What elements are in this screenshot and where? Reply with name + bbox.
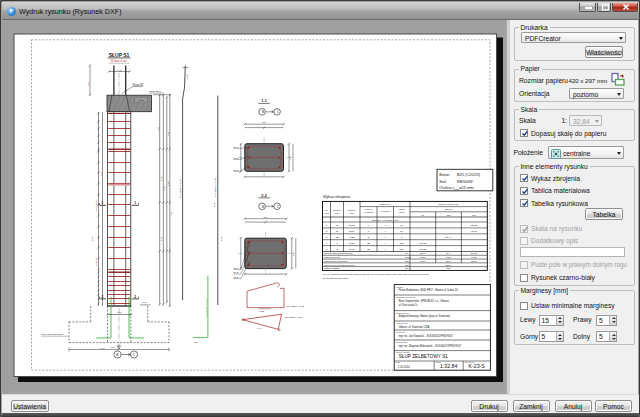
svg-text:181.39: 181.39	[471, 252, 478, 254]
svg-text:0.888: 0.888	[446, 256, 452, 258]
svg-text:prętów: prętów	[399, 208, 405, 210]
svg-text:1-1: 1-1	[261, 99, 267, 103]
svg-text:1.70: 1.70	[100, 171, 103, 176]
svg-text:4.93: 4.93	[220, 236, 223, 241]
svg-text:Nr4 8φ8 L=1.92: Nr4 8φ8 L=1.92	[287, 305, 305, 308]
svg-text:Budynek biurowy, Gliwice (przy: Budynek biurowy, Gliwice (przy ul. Kumic…	[399, 314, 451, 318]
svg-text:nom: nom	[454, 188, 459, 191]
svg-text:39.44: 39.44	[446, 236, 453, 239]
svg-text:4.05: 4.05	[91, 236, 94, 241]
svg-text:117.0: 117.0	[420, 260, 426, 262]
svg-text:100: 100	[400, 248, 405, 251]
svg-text:191.50: 191.50	[419, 242, 427, 245]
svg-text:1: 1	[102, 201, 104, 205]
svg-text:1879: 1879	[349, 230, 355, 233]
svg-text:12x0.05: 12x0.05	[95, 257, 98, 266]
svg-text:240: 240	[262, 121, 267, 124]
svg-text:K-23-S: K-23-S	[469, 363, 486, 369]
svg-text:45.10: 45.10	[471, 230, 478, 233]
svg-text:SŁUP S1: SŁUP S1	[109, 52, 130, 58]
svg-text:1.40: 1.40	[292, 251, 294, 256]
svg-text:Gliwice, ul. Kumiców 123A: Gliwice, ul. Kumiców 123A	[399, 325, 430, 329]
svg-text:[kg]: [kg]	[405, 267, 409, 269]
svg-text:-1.80: -1.80	[110, 346, 116, 348]
svg-text:Strop S2: Strop S2	[133, 83, 144, 87]
svg-text:1.40: 1.40	[170, 211, 173, 216]
svg-text:wg PN-EN ISO 3766:2006): wg PN-EN ISO 3766:2006)	[323, 277, 350, 279]
svg-text:ul. Kościuszki 1c: ul. Kościuszki 1c	[399, 303, 419, 307]
svg-text:Jednostka projektowa: Jednostka projektowa	[396, 296, 416, 298]
svg-text:Wykaz zbrojenia: Wykaz zbrojenia	[323, 195, 351, 199]
svg-text:elementów: elementów	[381, 210, 391, 212]
svg-text:Inwestor: Inwestor	[396, 286, 404, 288]
svg-text:Nr3 2φ12 L=4.93: Nr3 2φ12 L=4.93	[205, 298, 208, 317]
svg-text:Średnica: Średnica	[333, 209, 342, 211]
svg-text:1.40: 1.40	[100, 347, 105, 349]
svg-text:B25 (C20/25): B25 (C20/25)	[457, 172, 481, 177]
svg-text:Masa ŁĄCZNIE: Masa ŁĄCZNIE	[324, 267, 340, 269]
svg-text:-0.45: -0.45	[142, 301, 148, 303]
svg-text:POZ.POSADOWIENIA: POZ.POSADOWIENIA	[41, 333, 65, 335]
svg-text:B: B	[262, 110, 264, 114]
svg-text:1.578: 1.578	[471, 256, 477, 258]
svg-text:RB500W: RB500W	[457, 179, 473, 184]
svg-text:SŁUP S1 – W ILOŚCI 4 szt.: SŁUP S1 – W ILOŚCI 4 szt.	[371, 219, 398, 221]
svg-text:[kg]: [kg]	[405, 260, 409, 262]
svg-text:Sprawdzający: Sprawdzający	[396, 341, 408, 343]
svg-text:8982: 8982	[349, 224, 355, 227]
svg-text:Biuro Inżynierskie „SPECBUD” s: Biuro Inżynierskie „SPECBUD” s.c., Gliwi…	[399, 299, 450, 303]
svg-text:[mm]: [mm]	[349, 212, 354, 214]
svg-text:1 elemencie: 1 elemencie	[363, 211, 373, 213]
svg-text:Beton B1-4: Beton B1-4	[150, 90, 162, 92]
svg-text:Nr5 8φ8 L=1.05: Nr5 8φ8 L=1.05	[285, 316, 303, 319]
svg-text:Nr4 8x0.10: Nr4 8x0.10	[95, 199, 98, 211]
svg-text:Masa 1mb pręta: Masa 1mb pręta	[324, 256, 341, 258]
svg-text:W ilości 4 szt.: W ilości 4 szt.	[111, 59, 128, 63]
svg-text:1.40: 1.40	[289, 155, 291, 160]
svg-text:[kg]: [kg]	[405, 264, 409, 266]
svg-text:4.46: 4.46	[186, 74, 189, 79]
svg-text:Długość: Długość	[348, 209, 355, 211]
svg-text:Nr: Nr	[325, 209, 328, 211]
svg-text:0.395: 0.395	[420, 256, 426, 258]
svg-text:razem: razem	[399, 211, 405, 213]
svg-text:136.29: 136.29	[470, 224, 478, 227]
svg-text:[mm]: [mm]	[335, 212, 340, 214]
svg-text:Firma Budowlana „BUD-PRO”, Gli: Firma Budowlana „BUD-PRO”, Gliwice ul. D…	[399, 288, 459, 292]
svg-text:296.0: 296.0	[420, 252, 426, 254]
svg-text:Otulina c: Otulina c	[439, 185, 454, 190]
svg-text:4930: 4930	[349, 236, 355, 239]
svg-text:2: 2	[102, 295, 104, 299]
svg-text:Masa prętów wg średnic: Masa prętów wg średnic	[324, 260, 348, 262]
svg-text:UWAGA: Długości prętów oraz dł: UWAGA: Długości prętów oraz długości cał…	[323, 273, 429, 275]
svg-text:Nazwa rysunku: Nazwa rysunku	[396, 351, 410, 353]
svg-text:=25 mm: =25 mm	[459, 185, 473, 190]
svg-text:100: 100	[400, 242, 405, 245]
svg-text:[kg/m]: [kg/m]	[405, 256, 411, 258]
svg-text:Masa prętów wg gatunków stali: Masa prętów wg gatunków stali	[324, 264, 355, 266]
svg-text:Liczba [szt.]: Liczba [szt.]	[380, 203, 391, 205]
svg-text:mgr inż. Zbigniew Malinowski –: mgr inż. Zbigniew Malinowski – SLK/0002/…	[399, 344, 462, 348]
svg-text:2.20: 2.20	[260, 310, 265, 313]
svg-text:Długość całkowita [m]: Długość całkowita [m]	[438, 203, 459, 205]
svg-text:Nazwa obiektu: Nazwa obiektu	[396, 312, 409, 314]
svg-text:Projektant: Projektant	[396, 331, 405, 333]
svg-text:240: 240	[264, 216, 269, 219]
svg-text:prętów w: prętów w	[365, 208, 373, 210]
svg-text:B: B	[262, 205, 264, 209]
svg-text:1:32.84: 1:32.84	[440, 363, 457, 369]
svg-text:4.18: 4.18	[160, 176, 163, 181]
svg-text:377.6: 377.6	[446, 264, 452, 266]
svg-text:RB500W: RB500W	[444, 208, 452, 210]
svg-text:Nr1 2φ16 L=8.98: Nr1 2φ16 L=8.98	[179, 178, 182, 198]
svg-text:1.10.2014: 1.10.2014	[398, 365, 410, 369]
svg-text:Długość całkowita wg średnic: Długość całkowita wg średnic	[324, 252, 353, 254]
svg-text:Stal: Stal	[439, 179, 446, 184]
svg-text:1045: 1045	[349, 248, 355, 251]
svg-text:104.50: 104.50	[419, 248, 427, 251]
svg-text:SŁUP ŻELBETOWY S1: SŁUP ŻELBETOWY S1	[399, 353, 449, 359]
svg-text:mgr inż. Jan Kowalski – SLK/00: mgr inż. Jan Kowalski – SLK/0001/2/PWOK/…	[399, 334, 453, 338]
svg-text:1: 1	[134, 201, 136, 205]
svg-text:2-2: 2-2	[261, 194, 267, 198]
svg-text:4.46: 4.46	[167, 181, 170, 186]
